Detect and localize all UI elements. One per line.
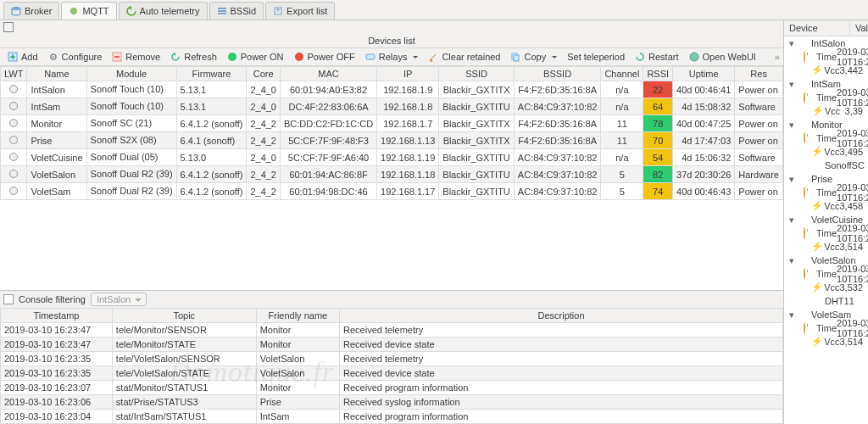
col-ssid[interactable]: SSID	[439, 67, 514, 81]
console-row[interactable]: 2019-03-10 16:23:35tele/VoletSalon/SENSO…	[1, 352, 783, 366]
console-filter-checkbox[interactable]	[3, 294, 14, 304]
col-core[interactable]: Core	[247, 67, 281, 81]
configure-button[interactable]: Configure	[44, 50, 107, 64]
tree-col-value[interactable]: Value	[850, 20, 868, 36]
tree-col-device[interactable]: Device	[784, 20, 850, 36]
add-button[interactable]: Add	[3, 50, 42, 64]
tree-property-node[interactable]: ⚡Vcc3,39	[784, 104, 868, 118]
console-row[interactable]: 2019-03-10 16:23:06stat/Prise/STATUS3Pri…	[1, 395, 783, 410]
con-col-description[interactable]: Description	[340, 309, 783, 323]
svg-point-11	[295, 53, 303, 61]
col-firmware[interactable]: Firmware	[176, 67, 247, 81]
restart-icon	[635, 52, 645, 62]
lwt-cell	[1, 149, 27, 166]
tree-property-node[interactable]: ⚡Vcc3,495	[784, 145, 868, 159]
tree-twisty-icon[interactable]: ▾	[787, 215, 796, 226]
col-lwt[interactable]: LWT	[1, 67, 27, 81]
table-row[interactable]: IntSam Sonoff Touch (10) 5.13.1 2_4_0 DC…	[1, 98, 783, 115]
console-row[interactable]: 2019-03-10 16:23:07stat/Monitor/STATUS1M…	[1, 381, 783, 395]
restart-reason-cell: Software	[735, 98, 783, 115]
console-row[interactable]: 2019-03-10 16:23:04stat/IntSam/STATUS1In…	[1, 410, 783, 424]
col-name[interactable]: Name	[27, 67, 86, 81]
clear-retained-button[interactable]: Clear retained	[424, 50, 504, 64]
tree-property-node[interactable]: Time2019-03-10T16:23:05	[784, 321, 868, 335]
console-filter-combo[interactable]: IntSalon	[91, 293, 147, 306]
tree-twisty-icon[interactable]: ▾	[787, 79, 796, 90]
tab-export-list[interactable]: Export list	[265, 2, 335, 20]
table-row[interactable]: Prise Sonoff S2X (08) 6.4.1 (sonoff) 2_4…	[1, 132, 783, 149]
tree-twisty-icon[interactable]: ▾	[787, 310, 796, 321]
tree-value: 3,514	[839, 337, 868, 347]
tree-property-node[interactable]: Time2019-03-10T16:23:35	[784, 267, 868, 281]
panel-title: Devices list	[0, 34, 783, 48]
expand-toggle[interactable]	[0, 20, 783, 34]
table-row[interactable]: VoletSalon Sonoff Dual R2 (39) 6.4.1.2 (…	[1, 166, 783, 183]
col-bssid[interactable]: BSSID	[514, 67, 601, 81]
console-row[interactable]: 2019-03-10 16:23:47tele/Monitor/SENSORMo…	[1, 323, 783, 338]
tree-twisty-icon[interactable]: ▾	[787, 120, 796, 131]
con-col-friendly-name[interactable]: Friendly name	[256, 309, 339, 323]
relays-dropdown[interactable]: Relays	[361, 50, 423, 64]
tab-bssid[interactable]: BSSid	[209, 2, 264, 20]
power-off-button[interactable]: Power OFF	[290, 50, 359, 64]
tree-property-node[interactable]: Time2019-03-10T16:23:05	[784, 91, 868, 104]
power-on-button[interactable]: Power ON	[223, 50, 288, 64]
col-rssi[interactable]: RSSI	[643, 67, 673, 81]
col-channel[interactable]: Channel	[601, 67, 643, 81]
uptime-cell: 4d 15:06:32	[673, 149, 735, 166]
friendly-name-cell: IntSam	[256, 410, 339, 424]
remove-button[interactable]: Remove	[108, 50, 164, 64]
tree-property-node[interactable]: ⚡Vcc3,532	[784, 281, 868, 294]
copy-dropdown[interactable]: Copy	[506, 50, 561, 64]
channel-cell: n/a	[601, 149, 643, 166]
tree-property-node[interactable]: SonoffSC	[784, 159, 868, 172]
lwt-indicator-icon	[9, 85, 18, 93]
col-res[interactable]: Res	[735, 67, 783, 81]
friendly-name-cell: Monitor	[256, 323, 339, 338]
col-ip[interactable]: IP	[377, 67, 439, 81]
refresh-button[interactable]: Refresh	[166, 50, 221, 64]
tree-property-node[interactable]: ⚡Vcc3,442	[784, 64, 868, 77]
tab-auto-telemetry[interactable]: Auto telemetry	[119, 2, 208, 20]
tree-header: Device Value	[784, 20, 868, 36]
tree-twisty-icon[interactable]: ▾	[787, 38, 796, 49]
ip-cell: 192.168.1.19	[377, 149, 439, 166]
tree-twisty-icon[interactable]: ▾	[787, 255, 796, 266]
refresh-icon	[126, 6, 136, 16]
restart-button[interactable]: Restart	[631, 50, 682, 64]
table-row[interactable]: VoletSam Sonoff Dual R2 (39) 6.4.1.2 (so…	[1, 183, 783, 200]
tree-property-node[interactable]: ⚡Vcc3,514	[784, 335, 868, 349]
tree-property-node[interactable]: DHT11	[784, 294, 868, 308]
overflow-icon[interactable]: »	[775, 52, 780, 62]
con-col-topic[interactable]: Topic	[112, 309, 256, 323]
svg-rect-2	[218, 8, 226, 9]
tree-twisty-icon[interactable]: ▾	[787, 174, 796, 185]
table-row[interactable]: Monitor Sonoff SC (21) 6.4.1.2 (sonoff) …	[1, 115, 783, 132]
open-webui-button[interactable]: Open WebUI	[685, 50, 760, 64]
tab-mqtt[interactable]: MQTT	[61, 2, 116, 20]
mac-cell: DC:4F:22:83:06:6A	[280, 98, 376, 115]
table-row[interactable]: IntSalon Sonoff Touch (10) 5.13.1 2_4_0 …	[1, 81, 783, 98]
restart-reason-cell: Software	[735, 149, 783, 166]
col-module[interactable]: Module	[86, 67, 176, 81]
console-row[interactable]: 2019-03-10 16:23:47tele/Monitor/STATEMon…	[1, 338, 783, 352]
tree-property-node[interactable]: Time2019-03-10T16:23:03	[784, 186, 868, 199]
tree-property-node[interactable]: Time2019-03-10T16:23:47	[784, 131, 868, 145]
con-col-timestamp[interactable]: Timestamp	[1, 309, 113, 323]
tree-value: 3,514	[839, 242, 868, 252]
tree-property-node[interactable]: Time2019-03-10T16:23:05	[784, 226, 868, 240]
col-uptime[interactable]: Uptime	[673, 67, 735, 81]
tree-property-node[interactable]: Time2019-03-10T16:23:04	[784, 50, 868, 64]
set-teleperiod-button[interactable]: Set teleperiod	[563, 50, 629, 64]
tab-broker[interactable]: Broker	[3, 2, 59, 20]
lwt-cell	[1, 183, 27, 200]
restart-reason-cell: Power on	[735, 115, 783, 132]
console-row[interactable]: 2019-03-10 16:23:35tele/VoletSalon/STATE…	[1, 366, 783, 381]
console-table: TimestampTopicFriendly nameDescription 2…	[0, 308, 783, 424]
core-cell: 2_4_0	[247, 98, 281, 115]
tree-property-node[interactable]: ⚡Vcc3,458	[784, 199, 868, 213]
col-mac[interactable]: MAC	[280, 67, 376, 81]
tree-property-node[interactable]: ⚡Vcc3,514	[784, 240, 868, 254]
device-tree[interactable]: ▾IntSalonTime2019-03-10T16:23:04⚡Vcc3,44…	[784, 36, 868, 424]
table-row[interactable]: VoletCuisine Sonoff Dual (05) 5.13.0 2_4…	[1, 149, 783, 166]
